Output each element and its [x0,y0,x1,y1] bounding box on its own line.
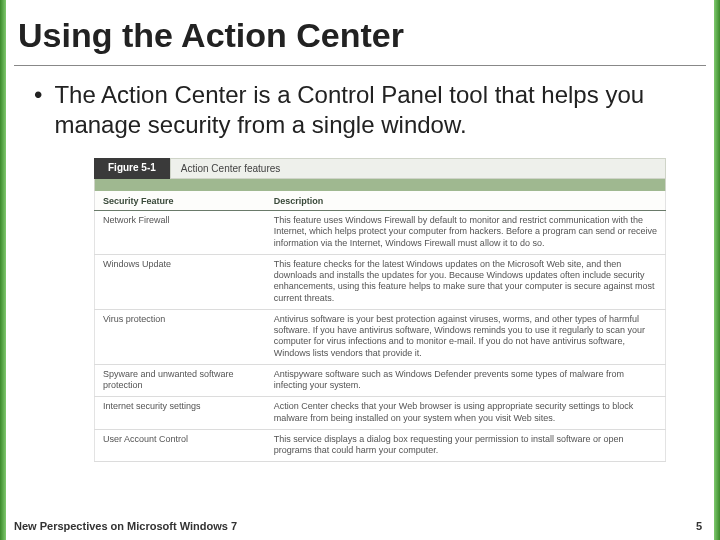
figure: Figure 5-1 Action Center features Securi… [94,158,666,462]
table-header-row: Security Feature Description [95,191,666,211]
cell-feature: Windows Update [95,254,266,309]
table-row: Network Firewall This feature uses Windo… [95,211,666,255]
bullet-dot: • [34,80,42,140]
cell-description: Action Center checks that your Web brows… [266,397,666,430]
col-header-description: Description [266,191,666,211]
accent-left-bar [0,0,6,540]
col-header-feature: Security Feature [95,191,266,211]
slide-footer: New Perspectives on Microsoft Windows 7 … [14,520,702,532]
table-row: User Account Control This service displa… [95,429,666,462]
table-row: Windows Update This feature checks for t… [95,254,666,309]
cell-feature: User Account Control [95,429,266,462]
cell-feature: Internet security settings [95,397,266,430]
table-row: Spyware and unwanted software protection… [95,364,666,397]
accent-right-bar [714,0,720,540]
bullet-text: The Action Center is a Control Panel too… [54,80,696,140]
cell-description: Antispyware software such as Windows Def… [266,364,666,397]
cell-feature: Network Firewall [95,211,266,255]
cell-feature: Virus protection [95,309,266,364]
page-number: 5 [696,520,702,532]
features-table: Security Feature Description Network Fir… [94,191,666,462]
footer-text-left: New Perspectives on Microsoft Windows 7 [14,520,237,532]
bullet-item: • The Action Center is a Control Panel t… [14,80,706,152]
figure-header: Figure 5-1 Action Center features [94,158,666,179]
cell-description: Antivirus software is your best protecti… [266,309,666,364]
cell-feature: Spyware and unwanted software protection [95,364,266,397]
figure-color-bar [94,179,666,191]
slide-body: Using the Action Center • The Action Cen… [14,10,706,530]
table-row: Internet security settings Action Center… [95,397,666,430]
slide-title: Using the Action Center [14,10,706,66]
cell-description: This feature checks for the latest Windo… [266,254,666,309]
figure-label: Figure 5-1 [94,158,170,179]
cell-description: This feature uses Windows Firewall by de… [266,211,666,255]
cell-description: This service displays a dialog box reque… [266,429,666,462]
table-row: Virus protection Antivirus software is y… [95,309,666,364]
figure-caption: Action Center features [170,158,666,179]
